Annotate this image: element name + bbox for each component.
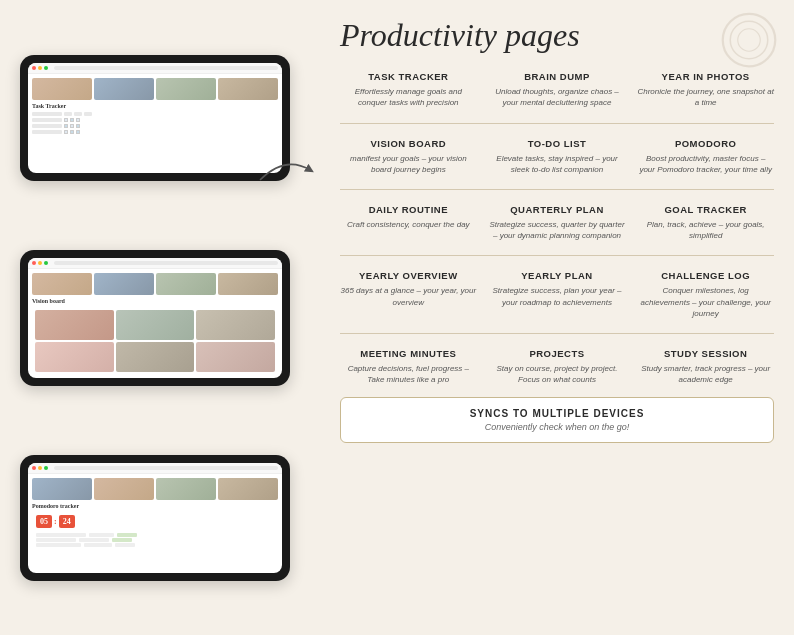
feature-study-session: STUDY SESSION Study smarter, track progr… (637, 348, 774, 385)
arrow-icon (255, 150, 315, 190)
check-2 (70, 118, 74, 122)
check-7 (64, 130, 68, 134)
minimize-dot-2 (38, 261, 42, 265)
svg-point-2 (730, 21, 768, 59)
header-photo-1 (32, 273, 92, 295)
check-4 (64, 124, 68, 128)
vision-board-grid (32, 307, 278, 375)
feature-year-photos: YEAR IN PHOTOS Chronicle the journey, on… (637, 71, 774, 108)
pomo-header-photo-2 (94, 478, 154, 500)
content-section: Productivity pages TASK TRACKER Effortle… (310, 0, 794, 635)
feature-desc-2: Chronicle the journey, one snapshot at a… (637, 86, 774, 108)
url-bar (54, 66, 278, 70)
vision-photo-1 (35, 310, 114, 340)
timer-separator: : (54, 517, 57, 526)
features-grid: TASK TRACKER Effortlessly manage goals a… (340, 71, 774, 385)
tablet-frame-2: Vision board (20, 250, 290, 386)
tablet-screen-1: Task Tracker (28, 63, 282, 173)
feature-name-12: MEETING MINUTES (340, 348, 477, 359)
pomo-cell-5 (36, 543, 81, 547)
decorative-circles (719, 10, 779, 70)
vision-photo-6 (196, 342, 275, 372)
vision-photo-4 (35, 342, 114, 372)
feature-todo: TO-DO LIST Elevate tasks, stay inspired … (489, 138, 626, 175)
feature-meeting-minutes: MEETING MINUTES Capture decisions, fuel … (340, 348, 477, 385)
feature-goal-tracker: GOAL TRACKER Plan, track, achieve – your… (637, 204, 774, 241)
divider-1 (340, 117, 774, 130)
tablet-content-2: Vision board (28, 269, 282, 378)
pomo-header-photo-4 (218, 478, 278, 500)
feature-desc-0: Effortlessly manage goals and conquer ta… (340, 86, 477, 108)
pomo-status-3 (115, 543, 135, 547)
feature-desc-14: Study smarter, track progress – your aca… (637, 363, 774, 385)
divider-3 (340, 249, 774, 262)
sync-box: SYNCS TO MULTIPLE DEVICES Conveniently c… (340, 397, 774, 443)
timer-seconds: 24 (59, 515, 75, 528)
photo-4 (218, 78, 278, 100)
tablet-frame-1: Task Tracker (20, 55, 290, 181)
pomo-cell-3 (36, 538, 76, 542)
tablet-screen-2: Vision board (28, 258, 282, 378)
feature-yearly-overview: YEARLY OVERVIEW 365 days at a glance – y… (340, 270, 477, 319)
tablet-task-tracker: Task Tracker (20, 55, 290, 181)
table-data-row-3 (32, 130, 278, 135)
feature-name-9: YEARLY OVERVIEW (340, 270, 477, 281)
feature-desc-13: Stay on course, project by project. Focu… (489, 363, 626, 385)
vision-photo-5 (116, 342, 195, 372)
feature-name-5: POMODORO (637, 138, 774, 149)
task-name-3 (32, 130, 62, 134)
pomo-row-1 (36, 533, 274, 537)
expand-dot-3 (44, 466, 48, 470)
col-header-1 (32, 112, 62, 116)
pomo-task-rows (32, 531, 278, 549)
feature-name-6: DAILY ROUTINE (340, 204, 477, 215)
screen-title-1: Task Tracker (32, 103, 278, 109)
minimize-dot (38, 66, 42, 70)
close-dot (32, 66, 36, 70)
tablet-pomodoro: Pomodoro tracker 05 : 24 (20, 455, 290, 581)
url-bar-3 (54, 466, 278, 470)
close-dot-3 (32, 466, 36, 470)
divider-4 (340, 327, 774, 340)
tablets-section: Task Tracker (0, 0, 310, 635)
check-3 (76, 118, 80, 122)
feature-desc-3: manifest your goals – your vision board … (340, 153, 477, 175)
pomo-row-2 (36, 538, 274, 542)
feature-desc-4: Elevate tasks, stay inspired – your slee… (489, 153, 626, 175)
screen-title-3: Pomodoro tracker (32, 503, 278, 509)
check-6 (76, 124, 80, 128)
feature-desc-9: 365 days at a glance – your year, your o… (340, 285, 477, 307)
feature-desc-6: Craft consistency, conquer the day (340, 219, 477, 230)
tablet-toolbar-3 (28, 463, 282, 474)
tablet-frame-3: Pomodoro tracker 05 : 24 (20, 455, 290, 581)
feature-name-0: TASK TRACKER (340, 71, 477, 82)
feature-name-11: CHALLENGE LOG (637, 270, 774, 281)
feature-desc-11: Conquer milestones, log achievements – y… (637, 285, 774, 319)
pomo-cell-2 (89, 533, 114, 537)
check-1 (64, 118, 68, 122)
sync-desc: Conveniently check when on the go! (361, 422, 753, 432)
header-photo-3 (156, 273, 216, 295)
feature-name-1: BRAIN DUMP (489, 71, 626, 82)
photo-2 (94, 78, 154, 100)
feature-task-tracker: TASK TRACKER Effortlessly manage goals a… (340, 71, 477, 108)
feature-name-2: YEAR IN PHOTOS (637, 71, 774, 82)
screen-title-2: Vision board (32, 298, 278, 304)
feature-challenge-log: CHALLENGE LOG Conquer milestones, log ac… (637, 270, 774, 319)
tablet-content-1: Task Tracker (28, 74, 282, 139)
col-header-2 (64, 112, 72, 116)
sync-title: SYNCS TO MULTIPLE DEVICES (361, 408, 753, 419)
table-data-row-2 (32, 124, 278, 129)
close-dot-2 (32, 261, 36, 265)
tablet-screen-3: Pomodoro tracker 05 : 24 (28, 463, 282, 573)
pomo-header-photos (32, 478, 278, 500)
feature-projects: PROJECTS Stay on course, project by proj… (489, 348, 626, 385)
feature-vision-board: VISION BOARD manifest your goals – your … (340, 138, 477, 175)
page-title: Productivity pages (340, 18, 774, 53)
vision-photo-3 (196, 310, 275, 340)
vision-header-photos (32, 273, 278, 295)
feature-name-13: PROJECTS (489, 348, 626, 359)
minimize-dot-3 (38, 466, 42, 470)
feature-name-14: STUDY SESSION (637, 348, 774, 359)
feature-daily-routine: DAILY ROUTINE Craft consistency, conquer… (340, 204, 477, 241)
